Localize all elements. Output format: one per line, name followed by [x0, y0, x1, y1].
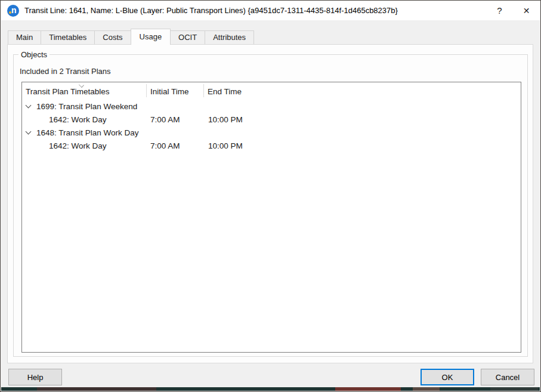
end-time-cell: 10:00 PM [208, 115, 243, 124]
table-row[interactable]: 1648: Transit Plan Work Day [22, 126, 521, 140]
help-button[interactable]: Help [8, 369, 62, 385]
transit-line-dialog: n Transit Line: 1641, Name: L-Blue (Laye… [0, 0, 541, 392]
table-header: Transit Plan Timetables Initial Time End… [22, 82, 521, 100]
initial-time-cell: 7:00 AM [150, 115, 180, 124]
tab-main[interactable]: Main [8, 30, 41, 44]
tab-bar: Main Timetables Costs Usage OCIT Attribu… [8, 29, 254, 44]
help-titlebar-button[interactable]: ? [486, 1, 513, 20]
close-icon[interactable]: ✕ [513, 1, 540, 20]
header-separator [146, 84, 147, 97]
cancel-button[interactable]: Cancel [481, 369, 534, 385]
column-header-end-time[interactable]: End Time [208, 87, 242, 96]
title-bar[interactable]: n Transit Line: 1641, Name: L-Blue (Laye… [1, 1, 540, 20]
header-separator [203, 84, 204, 97]
window-title: Transit Line: 1641, Name: L-Blue (Layer:… [24, 6, 398, 15]
expand-chevron-icon[interactable] [26, 103, 32, 109]
table-row[interactable]: 1642: Work Day7:00 AM10:00 PM [22, 140, 521, 153]
transit-plans-summary: Included in 2 Transit Plans [20, 67, 110, 76]
objects-groupbox: Objects Included in 2 Transit Plans Tran… [13, 54, 528, 357]
table-row[interactable]: 1699: Transit Plan Weekend [22, 100, 521, 113]
tab-usage[interactable]: Usage [131, 29, 171, 45]
underlying-app-edge [1, 387, 540, 391]
tab-costs[interactable]: Costs [94, 30, 131, 44]
column-header-initial-time[interactable]: Initial Time [150, 87, 189, 96]
expand-chevron-icon[interactable] [26, 129, 32, 135]
ok-button[interactable]: OK [421, 369, 474, 385]
tab-attributes[interactable]: Attributes [205, 30, 254, 44]
transit-plan-timetables-table: Transit Plan Timetables Initial Time End… [21, 82, 521, 353]
row-label: 1699: Transit Plan Weekend [36, 102, 137, 111]
end-time-cell: 10:00 PM [208, 141, 243, 150]
row-label: 1648: Transit Plan Work Day [36, 128, 139, 137]
column-header-transit-plan-timetables[interactable]: Transit Plan Timetables [26, 87, 110, 96]
initial-time-cell: 7:00 AM [150, 141, 180, 150]
app-logo-icon: n [7, 5, 19, 17]
tab-timetables[interactable]: Timetables [41, 30, 95, 44]
tab-ocit[interactable]: OCIT [170, 30, 205, 44]
groupbox-title: Objects [18, 50, 50, 59]
row-label: 1642: Work Day [49, 115, 107, 124]
table-row[interactable]: 1642: Work Day7:00 AM10:00 PM [22, 113, 521, 126]
usage-tab-page: Objects Included in 2 Transit Plans Tran… [7, 44, 533, 363]
row-label: 1642: Work Day [49, 141, 107, 150]
table-body: 1699: Transit Plan Weekend1642: Work Day… [22, 100, 521, 153]
